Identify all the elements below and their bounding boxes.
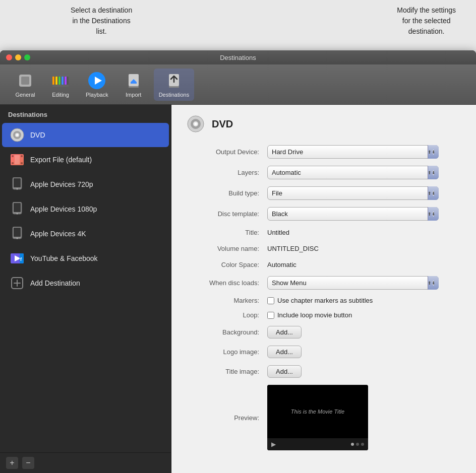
volume-name-row: Volume name: UNTITLED_DISC: [187, 244, 461, 253]
sidebar-item-youtube-facebook[interactable]: f YouTube & Facebook: [2, 246, 169, 271]
loop-checkbox-row: Include loop movie button: [267, 311, 439, 319]
logo-image-control: Add...: [267, 346, 439, 358]
preview-row: Preview: This is the Movie Title ▶: [187, 385, 461, 450]
disc-template-row: Disc template: Black White Custom: [187, 207, 461, 221]
color-space-value: Automatic: [267, 260, 439, 269]
title-text: Untitled: [267, 229, 289, 236]
device-1080p-icon: [10, 202, 24, 216]
window-title: Destinations: [220, 54, 256, 61]
when-disc-loads-select[interactable]: Show Menu Play Movie: [267, 276, 439, 290]
sidebar-item-4k-label: Apple Devices 4K: [30, 230, 86, 238]
markers-checkbox[interactable]: [267, 297, 274, 304]
loop-checkbox[interactable]: [267, 312, 274, 319]
build-type-wrapper: File Disc: [267, 186, 439, 200]
toolbar-item-destinations[interactable]: Destinations: [154, 69, 195, 101]
device-720p-icon: [10, 177, 24, 191]
sidebar-item-dvd[interactable]: DVD: [2, 123, 169, 147]
import-icon: [125, 72, 143, 90]
sidebar-item-apple-720p[interactable]: Apple Devices 720p: [2, 172, 169, 196]
color-space-row: Color Space: Automatic: [187, 260, 461, 269]
svg-rect-26: [21, 162, 23, 164]
title-row: Title: Untitled: [187, 228, 461, 237]
social-icon: f: [10, 251, 24, 265]
svg-rect-14: [131, 82, 137, 84]
destinations-icon: [165, 72, 183, 90]
disc-template-select[interactable]: Black White Custom: [267, 207, 439, 221]
preview-dot-2: [356, 443, 359, 446]
svg-rect-25: [21, 155, 23, 157]
volume-name-value: UNTITLED_DISC: [267, 244, 439, 253]
layers-control: Automatic Single Layer Dual Layer: [267, 166, 439, 179]
dvd-icon: [10, 128, 24, 142]
general-label: General: [15, 92, 35, 98]
sidebar-item-apple-4k[interactable]: Apple Devices 4K: [2, 222, 169, 246]
svg-rect-29: [14, 178, 21, 187]
markers-label: Markers:: [187, 297, 267, 304]
add-item-button[interactable]: +: [6, 457, 18, 469]
toolbar-item-playback[interactable]: Playback: [81, 69, 113, 101]
color-space-label: Color Space:: [187, 261, 267, 268]
sidebar-item-720p-label: Apple Devices 720p: [30, 180, 93, 188]
remove-item-button[interactable]: −: [22, 457, 34, 469]
loop-checkbox-label: Include loop movie button: [277, 311, 352, 319]
svg-rect-9: [52, 85, 69, 87]
svg-point-47: [195, 123, 197, 125]
annotation-left: Select a destinationin the Destinationsl…: [71, 5, 132, 50]
logo-image-label: Logo image:: [187, 348, 267, 356]
preview-controls: ▶: [267, 438, 368, 450]
build-type-select[interactable]: File Disc: [267, 186, 439, 200]
general-icon: [16, 72, 34, 90]
sidebar-item-export-file[interactable]: Export File (default): [2, 148, 169, 172]
disc-template-control: Black White Custom: [267, 207, 439, 221]
close-button[interactable]: [6, 54, 12, 60]
markers-checkbox-label: Use chapter markers as subtitles: [277, 297, 373, 304]
svg-rect-7: [65, 77, 67, 85]
titlebar: Destinations: [0, 50, 476, 64]
annotation-right-text: Modify the settingsfor the selecteddesti…: [397, 6, 456, 35]
svg-rect-4: [55, 77, 57, 85]
build-type-label: Build type:: [187, 189, 267, 197]
layers-label: Layers:: [187, 169, 267, 176]
svg-rect-15: [129, 86, 139, 88]
sidebar-header: Destinations: [0, 105, 171, 122]
svg-point-30: [17, 188, 18, 190]
maximize-button[interactable]: [24, 54, 30, 60]
sidebar-item-add-destination[interactable]: Add Destination: [2, 271, 169, 295]
color-space-text: Automatic: [267, 261, 296, 268]
film-icon: [10, 153, 24, 167]
minimize-button[interactable]: [15, 54, 21, 60]
preview-dots: [351, 443, 364, 446]
add-destination-icon: [10, 276, 24, 290]
toolbar-item-import[interactable]: Import: [118, 69, 149, 101]
title-image-row: Title image: Add...: [187, 365, 461, 378]
loop-label: Loop:: [187, 311, 267, 319]
editing-label: Editing: [52, 92, 69, 98]
logo-image-add-button[interactable]: Add...: [267, 346, 302, 358]
title-image-add-button[interactable]: Add...: [267, 365, 302, 378]
detail-title: DVD: [212, 118, 233, 130]
svg-rect-3: [52, 77, 54, 85]
markers-row: Markers: Use chapter markers as subtitle…: [187, 297, 461, 304]
volume-name-label: Volume name:: [187, 245, 267, 252]
sidebar-item-apple-1080p[interactable]: Apple Devices 1080p: [2, 197, 169, 221]
background-row: Background: Add...: [187, 326, 461, 339]
toolbar-item-editing[interactable]: Editing: [45, 69, 76, 101]
build-type-row: Build type: File Disc: [187, 186, 461, 200]
markers-control: Use chapter markers as subtitles: [267, 297, 439, 304]
preview-play-button[interactable]: ▶: [271, 441, 276, 448]
sidebar-item-export-label: Export File (default): [30, 156, 92, 164]
toolbar-item-general[interactable]: General: [10, 69, 40, 101]
background-add-button[interactable]: Add...: [267, 326, 302, 339]
preview-container: This is the Movie Title ▶: [267, 385, 368, 450]
disc-template-label: Disc template:: [187, 210, 267, 218]
volume-name-text: UNTITLED_DISC: [267, 245, 319, 252]
title-value: Untitled: [267, 228, 439, 237]
svg-point-21: [16, 134, 18, 136]
when-disc-loads-label: When disc loads:: [187, 279, 267, 287]
playback-icon: [88, 72, 106, 90]
layers-select[interactable]: Automatic Single Layer Dual Layer: [267, 166, 439, 179]
output-device-select[interactable]: Hard Drive DVD Burner Blu-ray Burner: [267, 145, 439, 159]
detail-panel: DVD Output Device: Hard Drive DVD Burner…: [171, 105, 476, 473]
annotation-left-text: Select a destinationin the Destinationsl…: [71, 6, 132, 35]
title-label: Title:: [187, 229, 267, 236]
